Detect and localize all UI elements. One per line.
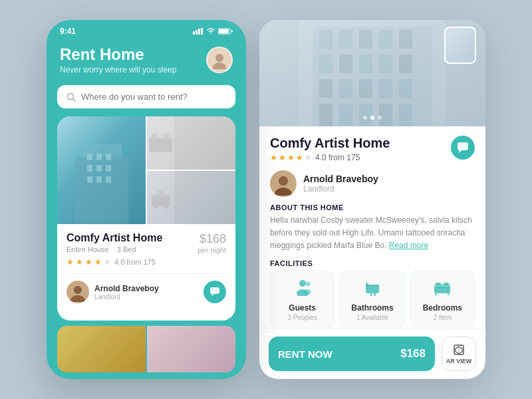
svg-rect-75 bbox=[448, 293, 450, 295]
ar-icon bbox=[452, 343, 466, 356]
svg-rect-37 bbox=[339, 30, 352, 49]
svg-point-60 bbox=[279, 176, 288, 186]
svg-rect-38 bbox=[359, 30, 372, 49]
header-text: Rent Home Never worry where will you sle… bbox=[60, 45, 176, 74]
building-illustration bbox=[68, 117, 135, 223]
svg-rect-1 bbox=[196, 30, 198, 35]
svg-rect-68 bbox=[370, 293, 372, 296]
panel-chat-button[interactable] bbox=[451, 136, 475, 160]
listing-card: Comfy Artist Home Entire House 3 Bed $16… bbox=[57, 116, 235, 321]
search-bar[interactable] bbox=[57, 85, 235, 108]
svg-rect-6 bbox=[231, 31, 233, 33]
svg-rect-0 bbox=[193, 31, 195, 35]
bathrooms-name: Bathrooms bbox=[346, 303, 398, 313]
svg-point-59 bbox=[275, 188, 292, 196]
landlord-details: Arnold Braveboy Landlord bbox=[94, 284, 159, 301]
svg-rect-19 bbox=[87, 176, 92, 183]
guests-icon bbox=[276, 277, 329, 300]
user-avatar-icon bbox=[210, 51, 229, 69]
svg-rect-48 bbox=[359, 79, 372, 98]
panel-landlord-icon bbox=[271, 172, 295, 196]
dot-2 bbox=[370, 116, 374, 120]
svg-rect-15 bbox=[106, 154, 111, 160]
panel-thumbnail bbox=[444, 27, 476, 64]
panel-star-4: ★ bbox=[296, 153, 303, 162]
app-container: 9:41 bbox=[33, 7, 499, 392]
facility-bedrooms: Bedrooms 2 Item bbox=[410, 270, 475, 328]
read-more-link[interactable]: Read more bbox=[389, 241, 428, 250]
panel-title-section: Comfy Artist Home ★ ★ ★ ★ ★ 4.0 from 175 bbox=[270, 136, 475, 162]
svg-marker-32 bbox=[211, 294, 214, 297]
facilities-label: FACILITIES bbox=[270, 259, 475, 267]
svg-rect-45 bbox=[399, 55, 412, 73]
facility-bathrooms: Bathrooms 1 Available bbox=[340, 270, 404, 328]
panel-landlord-avatar bbox=[270, 170, 297, 197]
phone-header: Rent Home Never worry where will you sle… bbox=[47, 40, 246, 85]
star-5: ★ bbox=[104, 257, 111, 267]
svg-rect-13 bbox=[87, 154, 92, 160]
search-input[interactable] bbox=[81, 92, 226, 102]
battery-icon bbox=[218, 28, 233, 35]
panel-chat-icon bbox=[457, 142, 469, 154]
landlord-name: Arnold Braveboy bbox=[94, 284, 159, 293]
star-2: ★ bbox=[76, 257, 83, 267]
wifi-icon bbox=[206, 28, 215, 35]
panel-title-block: Comfy Artist Home ★ ★ ★ ★ ★ 4.0 from 175 bbox=[270, 136, 390, 162]
svg-rect-17 bbox=[96, 165, 102, 172]
app-subtitle: Never worry where will you sleep bbox=[60, 65, 176, 74]
svg-rect-44 bbox=[379, 55, 392, 73]
card-subtitle: Entire House 3 Bed bbox=[66, 245, 162, 253]
card-images bbox=[57, 116, 235, 224]
star-3: ★ bbox=[85, 257, 92, 267]
panel-title-row: Comfy Artist Home ★ ★ ★ ★ ★ 4.0 from 175 bbox=[270, 136, 475, 162]
panel-title: Comfy Artist Home bbox=[270, 136, 390, 151]
svg-rect-18 bbox=[106, 165, 111, 172]
panel-right: Comfy Artist Home ★ ★ ★ ★ ★ 4.0 from 175 bbox=[259, 20, 485, 379]
svg-point-61 bbox=[299, 280, 306, 287]
svg-rect-26 bbox=[157, 191, 164, 196]
svg-rect-69 bbox=[374, 293, 376, 296]
signal-icon bbox=[193, 28, 203, 35]
svg-rect-25 bbox=[152, 196, 170, 207]
svg-rect-54 bbox=[379, 104, 392, 126]
svg-rect-56 bbox=[458, 142, 468, 150]
bathrooms-icon bbox=[346, 277, 398, 300]
top-right-image bbox=[147, 116, 235, 170]
rent-label: RENT NOW bbox=[278, 348, 332, 360]
card-price: $168 per night bbox=[198, 232, 226, 254]
about-section: ABOUT THIS HOME Hella narwhal Cosby swea… bbox=[270, 203, 475, 253]
svg-rect-41 bbox=[319, 55, 332, 73]
panel-star-5: ★ bbox=[305, 153, 312, 162]
svg-marker-57 bbox=[458, 150, 462, 153]
ar-label: AR VIEW bbox=[446, 358, 472, 364]
svg-point-8 bbox=[213, 63, 226, 69]
svg-point-30 bbox=[70, 295, 85, 302]
svg-point-64 bbox=[305, 289, 311, 295]
svg-point-63 bbox=[305, 281, 310, 286]
landlord-avatar bbox=[66, 281, 89, 303]
svg-rect-23 bbox=[152, 134, 158, 139]
svg-rect-27 bbox=[154, 205, 158, 208]
rent-now-button[interactable]: RENT NOW $168 bbox=[269, 336, 435, 371]
panel-stars: ★ ★ ★ ★ ★ 4.0 from 175 bbox=[270, 153, 390, 162]
panel-rating-text: 4.0 from 175 bbox=[315, 153, 360, 162]
app-title: Rent Home bbox=[60, 45, 176, 64]
kitchen-icon bbox=[147, 123, 174, 163]
bedrooms-icon bbox=[416, 277, 469, 300]
search-icon bbox=[66, 92, 76, 102]
svg-point-7 bbox=[215, 54, 223, 62]
svg-rect-47 bbox=[339, 79, 352, 98]
svg-rect-40 bbox=[399, 30, 412, 49]
user-avatar[interactable] bbox=[206, 47, 233, 73]
hero-dots bbox=[363, 116, 382, 120]
landlord-info: Arnold Braveboy Landlord bbox=[66, 281, 159, 303]
chat-button[interactable] bbox=[203, 281, 226, 303]
about-text: Hella narwhal Cosby sweater McSweeney's,… bbox=[270, 214, 475, 253]
landlord-avatar-icon bbox=[68, 282, 88, 302]
panel-landlord: Arnold Braveboy Landlord bbox=[270, 170, 475, 197]
office-icon bbox=[147, 178, 174, 217]
svg-rect-52 bbox=[339, 104, 352, 126]
card-title: Comfy Artist Home bbox=[66, 232, 162, 244]
svg-rect-43 bbox=[359, 55, 372, 73]
ar-view-button[interactable]: AR VIEW bbox=[442, 336, 476, 371]
